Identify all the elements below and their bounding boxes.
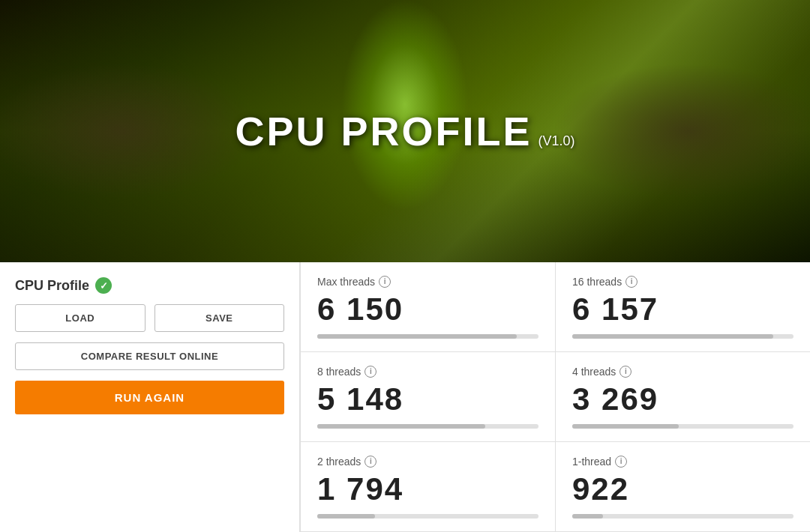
- metric-label-text-16-threads: 16 threads: [572, 276, 622, 288]
- info-icon-max-threads[interactable]: i: [379, 276, 391, 288]
- hero-banner: CPU PROFILE(V1.0): [0, 0, 810, 262]
- metric-value-16-threads: 6 157: [572, 292, 794, 327]
- hero-version: (V1.0): [538, 133, 575, 148]
- metric-label-16-threads: 16 threads i: [572, 276, 794, 288]
- load-button[interactable]: LOAD: [15, 304, 146, 332]
- metric-value-8-threads: 5 148: [317, 382, 538, 417]
- metric-bar-fill-4-threads: [572, 424, 679, 429]
- metric-bar-fill-2-threads: [317, 514, 375, 519]
- compare-button[interactable]: COMPARE RESULT ONLINE: [15, 342, 284, 370]
- metric-bar-bg-2-threads: [317, 514, 538, 519]
- hero-title-container: CPU PROFILE(V1.0): [235, 108, 574, 154]
- metric-label-8-threads: 8 threads i: [317, 366, 538, 378]
- metric-bar-bg-8-threads: [317, 424, 538, 429]
- info-icon-2-threads[interactable]: i: [364, 456, 376, 468]
- metric-card-1-thread: 1-thread i 922: [555, 442, 810, 532]
- metric-bar-fill-max-threads: [317, 334, 517, 339]
- metric-label-max-threads: Max threads i: [317, 276, 538, 288]
- metric-card-max-threads: Max threads i 6 150: [300, 262, 555, 352]
- metric-bar-bg-1-thread: [572, 514, 794, 519]
- metric-bar-bg-max-threads: [317, 334, 538, 339]
- metric-label-text-1-thread: 1-thread: [572, 456, 611, 468]
- left-panel: CPU Profile ✓ LOAD SAVE COMPARE RESULT O…: [0, 262, 300, 532]
- metric-label-text-max-threads: Max threads: [317, 276, 375, 288]
- metric-label-text-8-threads: 8 threads: [317, 366, 361, 378]
- metric-bar-fill-8-threads: [317, 424, 485, 429]
- info-icon-16-threads[interactable]: i: [626, 276, 638, 288]
- save-button[interactable]: SAVE: [154, 304, 285, 332]
- info-icon-1-thread[interactable]: i: [615, 456, 627, 468]
- metric-bar-bg-4-threads: [572, 424, 794, 429]
- hero-title: CPU PROFILE: [235, 109, 532, 154]
- check-icon: ✓: [95, 277, 112, 294]
- metrics-grid: Max threads i 6 150 16 threads i 6 157 8…: [300, 262, 810, 532]
- metric-bar-fill-1-thread: [572, 514, 603, 519]
- metric-label-1-thread: 1-thread i: [572, 456, 794, 468]
- panel-title: CPU Profile ✓: [15, 277, 284, 294]
- info-icon-8-threads[interactable]: i: [364, 366, 376, 378]
- metric-value-max-threads: 6 150: [317, 292, 538, 327]
- metric-card-4-threads: 4 threads i 3 269: [555, 352, 810, 442]
- metric-card-16-threads: 16 threads i 6 157: [555, 262, 810, 352]
- run-again-button[interactable]: RUN AGAIN: [15, 381, 284, 414]
- metric-card-8-threads: 8 threads i 5 148: [300, 352, 555, 442]
- metric-card-2-threads: 2 threads i 1 794: [300, 442, 555, 532]
- metric-label-text-2-threads: 2 threads: [317, 456, 361, 468]
- metric-label-4-threads: 4 threads i: [572, 366, 794, 378]
- metric-bar-fill-16-threads: [572, 334, 773, 339]
- bottom-section: CPU Profile ✓ LOAD SAVE COMPARE RESULT O…: [0, 262, 810, 532]
- metric-label-text-4-threads: 4 threads: [572, 366, 616, 378]
- metric-bar-bg-16-threads: [572, 334, 794, 339]
- info-icon-4-threads[interactable]: i: [620, 366, 632, 378]
- metric-label-2-threads: 2 threads i: [317, 456, 538, 468]
- panel-title-text: CPU Profile: [15, 278, 89, 294]
- metric-value-4-threads: 3 269: [572, 382, 794, 417]
- button-row: LOAD SAVE: [15, 304, 284, 332]
- metric-value-2-threads: 1 794: [317, 472, 538, 507]
- metric-value-1-thread: 922: [572, 472, 794, 507]
